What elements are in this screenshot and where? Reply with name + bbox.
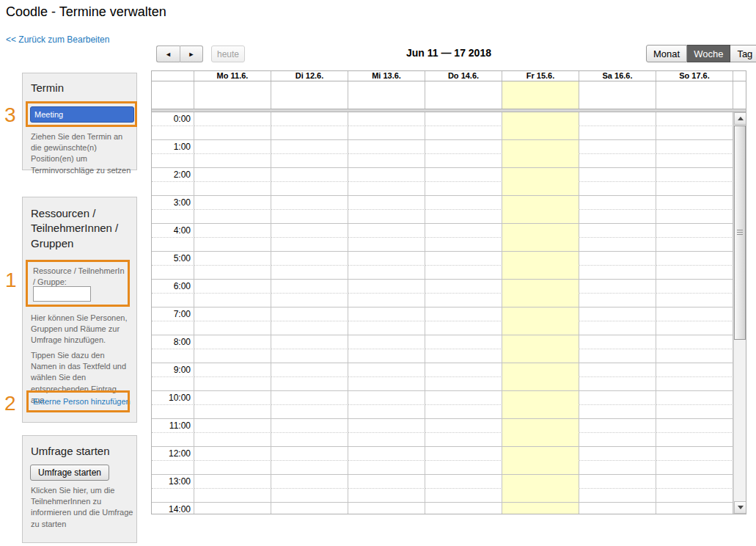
time-slot[interactable] (579, 503, 656, 514)
time-slot[interactable] (656, 280, 733, 294)
time-slot[interactable] (271, 419, 348, 433)
resource-input[interactable] (33, 286, 91, 302)
time-slot[interactable] (502, 503, 579, 514)
time-slot[interactable] (656, 363, 733, 377)
time-slot[interactable] (271, 112, 348, 126)
time-slot[interactable] (579, 321, 656, 335)
time-slot[interactable] (194, 349, 271, 363)
time-slot[interactable] (348, 140, 425, 154)
time-slot[interactable] (656, 294, 733, 307)
time-slot[interactable] (502, 447, 579, 461)
time-slot[interactable] (579, 377, 656, 390)
time-slot[interactable] (425, 349, 502, 363)
time-slot[interactable] (502, 280, 579, 294)
time-slot[interactable] (194, 182, 271, 195)
time-slot[interactable] (271, 447, 348, 461)
time-slot[interactable] (656, 335, 733, 349)
draggable-event-meeting[interactable]: Meeting (30, 106, 134, 123)
allday-cell[interactable] (271, 81, 348, 109)
time-slot[interactable] (425, 168, 502, 182)
allday-cell[interactable] (348, 81, 425, 109)
time-slot[interactable] (348, 419, 425, 433)
time-slot[interactable] (348, 433, 425, 446)
time-slot[interactable] (579, 266, 656, 279)
scrollbar[interactable] (733, 112, 746, 514)
time-slot[interactable] (579, 363, 656, 377)
time-slot[interactable] (579, 182, 656, 195)
time-slot[interactable] (502, 154, 579, 167)
time-slot[interactable] (348, 475, 425, 489)
time-slot[interactable] (579, 307, 656, 321)
time-slot[interactable] (348, 447, 425, 461)
time-slot[interactable] (348, 266, 425, 279)
time-slot[interactable] (425, 182, 502, 195)
allday-cell[interactable] (194, 81, 271, 109)
time-slot[interactable] (425, 405, 502, 418)
time-slot[interactable] (271, 168, 348, 182)
view-week-button[interactable]: Woche (687, 45, 730, 62)
time-slot[interactable] (502, 210, 579, 223)
time-slot[interactable] (656, 140, 733, 154)
time-slot[interactable] (579, 224, 656, 238)
time-slot[interactable] (194, 196, 271, 210)
scroll-down-button[interactable] (734, 501, 746, 514)
time-slot[interactable] (425, 196, 502, 210)
time-slot[interactable] (271, 321, 348, 335)
time-slot[interactable] (348, 294, 425, 307)
time-slot[interactable] (348, 405, 425, 418)
time-slot[interactable] (271, 126, 348, 139)
time-slot[interactable] (348, 154, 425, 167)
time-slot[interactable] (579, 433, 656, 446)
time-slot[interactable] (194, 252, 271, 266)
time-slot[interactable] (502, 112, 579, 126)
time-slot[interactable] (502, 405, 579, 418)
time-slot[interactable] (194, 461, 271, 474)
time-slot[interactable] (425, 335, 502, 349)
time-slot[interactable] (579, 238, 656, 251)
time-slot[interactable] (502, 140, 579, 154)
time-slot[interactable] (425, 238, 502, 251)
time-slot[interactable] (271, 489, 348, 502)
time-slot[interactable] (502, 489, 579, 502)
time-slot[interactable] (502, 238, 579, 251)
time-slot[interactable] (348, 377, 425, 390)
time-slot[interactable] (271, 433, 348, 446)
time-slot[interactable] (579, 419, 656, 433)
time-slot[interactable] (194, 475, 271, 489)
time-slot[interactable] (194, 335, 271, 349)
time-slot[interactable] (579, 196, 656, 210)
time-slot[interactable] (271, 140, 348, 154)
time-slot[interactable] (579, 405, 656, 418)
time-slot[interactable] (348, 363, 425, 377)
time-slot[interactable] (656, 126, 733, 139)
time-slot[interactable] (271, 224, 348, 238)
view-month-button[interactable]: Monat (646, 45, 687, 62)
time-slot[interactable] (194, 405, 271, 418)
time-slot[interactable] (656, 224, 733, 238)
time-slot[interactable] (194, 391, 271, 405)
time-slot[interactable] (502, 168, 579, 182)
time-slot[interactable] (271, 363, 348, 377)
time-slot[interactable] (425, 294, 502, 307)
time-slot[interactable] (656, 419, 733, 433)
time-slot[interactable] (579, 140, 656, 154)
time-slot[interactable] (579, 475, 656, 489)
time-slot[interactable] (194, 266, 271, 279)
time-slot[interactable] (194, 363, 271, 377)
time-slot[interactable] (579, 461, 656, 474)
time-slot[interactable] (579, 168, 656, 182)
time-slot[interactable] (656, 238, 733, 251)
time-slot[interactable] (271, 252, 348, 266)
time-slot[interactable] (271, 391, 348, 405)
time-slot[interactable] (656, 307, 733, 321)
time-slot[interactable] (656, 196, 733, 210)
time-slot[interactable] (656, 252, 733, 266)
time-slot[interactable] (656, 503, 733, 514)
time-slot[interactable] (194, 238, 271, 251)
time-slot[interactable] (425, 252, 502, 266)
time-slot[interactable] (348, 238, 425, 251)
scroll-thumb[interactable] (734, 125, 746, 340)
time-slot[interactable] (348, 349, 425, 363)
time-slot[interactable] (502, 294, 579, 307)
back-link[interactable]: << Zurück zum Bearbeiten (6, 34, 109, 45)
